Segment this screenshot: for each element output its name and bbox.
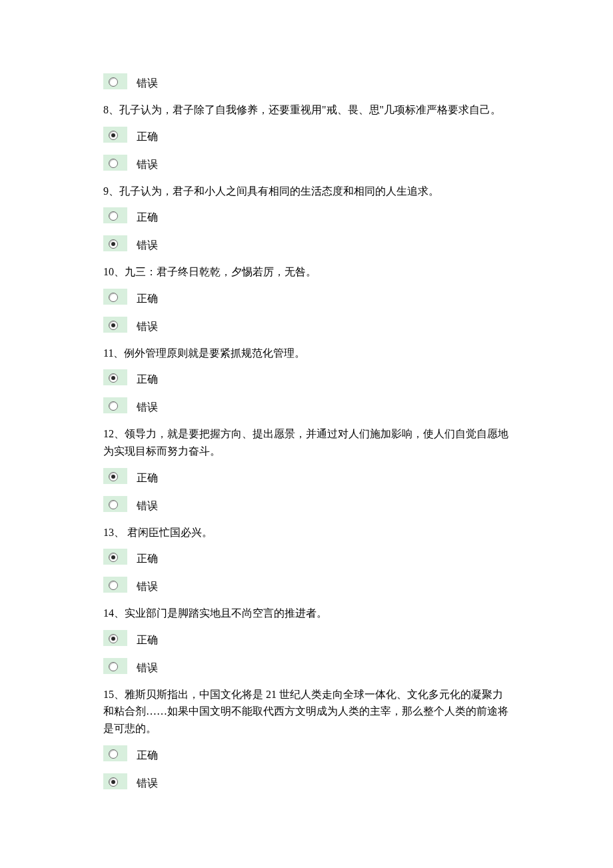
radio-button[interactable] bbox=[103, 289, 127, 305]
option-row: 正确 bbox=[103, 745, 510, 761]
option-label-correct: 正确 bbox=[137, 553, 158, 565]
page: 错误 8、孔子认为，君子除了自我修养，还要重视用"戒、畏、思"几项标准严格要求自… bbox=[0, 0, 613, 841]
option-row: 正确 bbox=[103, 289, 510, 305]
option-row: 正确 bbox=[103, 630, 510, 646]
option-label-wrong: 错误 bbox=[137, 402, 158, 413]
question-text: 11、例外管理原则就是要紧抓规范化管理。 bbox=[103, 345, 510, 362]
radio-button[interactable] bbox=[103, 549, 127, 565]
option-row: 正确 bbox=[103, 369, 510, 385]
option-label-correct: 正确 bbox=[137, 131, 158, 143]
radio-button[interactable] bbox=[103, 369, 127, 385]
option-label-correct: 正确 bbox=[137, 293, 158, 305]
option-label-wrong: 错误 bbox=[137, 501, 158, 512]
question-text: 15、雅斯贝斯指出，中国文化将是 21 世纪人类走向全球一体化、文化多元化的凝聚… bbox=[103, 686, 510, 737]
option-label-wrong: 错误 bbox=[137, 778, 158, 789]
option-row: 正确 bbox=[103, 549, 510, 565]
question-text: 12、领导力，就是要把握方向、提出愿景，并通过对人们施加影响，使人们自觉自愿地为… bbox=[103, 425, 510, 459]
option-label-wrong: 错误 bbox=[137, 581, 158, 593]
option-row: 错误 bbox=[103, 577, 510, 593]
option-row: 正确 bbox=[103, 468, 510, 484]
radio-button[interactable] bbox=[103, 658, 127, 674]
radio-button[interactable] bbox=[103, 317, 127, 333]
question-text: 10、九三：君子终日乾乾，夕惕若厉，无咎。 bbox=[103, 263, 510, 281]
option-label-wrong: 错误 bbox=[137, 240, 158, 251]
option-label-wrong: 错误 bbox=[137, 159, 158, 171]
radio-button[interactable] bbox=[103, 468, 127, 484]
option-row: 错误 bbox=[103, 155, 510, 171]
radio-button[interactable] bbox=[103, 773, 127, 789]
option-label-correct: 正确 bbox=[137, 635, 158, 646]
option-label-wrong: 错误 bbox=[137, 321, 158, 333]
radio-button[interactable] bbox=[103, 577, 127, 593]
option-row: 错误 bbox=[103, 496, 510, 512]
question-text: 14、实业部门是脚踏实地且不尚空言的推进者。 bbox=[103, 605, 510, 622]
option-label-wrong: 错误 bbox=[137, 78, 158, 89]
option-row: 错误 bbox=[103, 235, 510, 251]
option-label-correct: 正确 bbox=[137, 212, 158, 223]
question-text: 13、 君闲臣忙国必兴。 bbox=[103, 524, 510, 541]
radio-button[interactable] bbox=[103, 73, 127, 89]
radio-button[interactable] bbox=[103, 745, 127, 761]
radio-button[interactable] bbox=[103, 496, 127, 512]
option-label-correct: 正确 bbox=[137, 473, 158, 484]
option-row: 错误 bbox=[103, 317, 510, 333]
option-row: 正确 bbox=[103, 127, 510, 143]
radio-button[interactable] bbox=[103, 127, 127, 143]
option-label-correct: 正确 bbox=[137, 374, 158, 385]
option-row: 错误 bbox=[103, 658, 510, 674]
radio-button[interactable] bbox=[103, 155, 127, 171]
option-label-correct: 正确 bbox=[137, 750, 158, 761]
radio-button[interactable] bbox=[103, 235, 127, 251]
question-text: 8、孔子认为，君子除了自我修养，还要重视用"戒、畏、思"几项标准严格要求自己。 bbox=[103, 101, 510, 119]
option-row: 正确 bbox=[103, 207, 510, 223]
option-label-wrong: 错误 bbox=[137, 663, 158, 674]
radio-button[interactable] bbox=[103, 397, 127, 413]
option-row: 错误 bbox=[103, 73, 510, 89]
option-row: 错误 bbox=[103, 773, 510, 789]
question-text: 9、孔子认为，君子和小人之间具有相同的生活态度和相同的人生追求。 bbox=[103, 183, 510, 200]
radio-button[interactable] bbox=[103, 630, 127, 646]
radio-button[interactable] bbox=[103, 207, 127, 223]
option-row: 错误 bbox=[103, 397, 510, 413]
